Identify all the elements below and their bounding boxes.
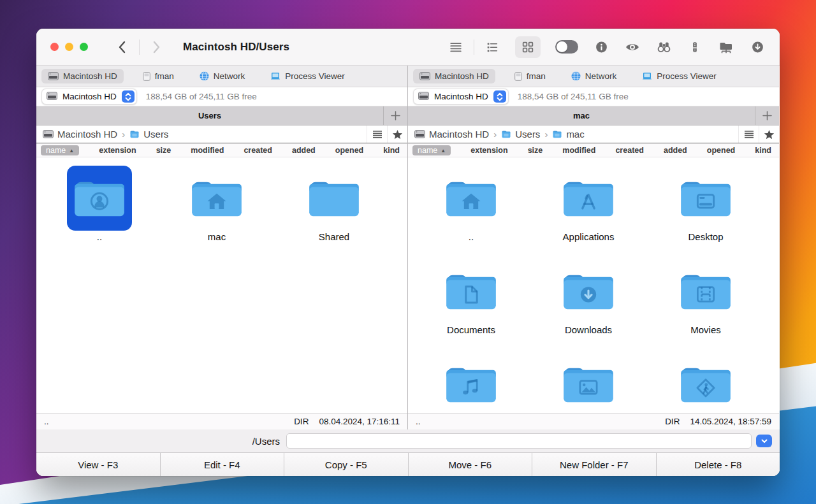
column-added[interactable]: added xyxy=(292,146,316,155)
column-kind[interactable]: kind xyxy=(383,146,400,155)
column-kind[interactable]: kind xyxy=(755,146,771,155)
tab-fman[interactable]: fman xyxy=(136,69,180,83)
folder-tab[interactable]: mac xyxy=(408,106,755,125)
folder-item-item[interactable] xyxy=(647,349,764,413)
info-icon[interactable] xyxy=(593,39,609,55)
folder-icon-box xyxy=(673,352,738,413)
breadcrumb-item-mac[interactable]: mac xyxy=(552,129,584,140)
folder-item-desktop[interactable]: Desktop xyxy=(647,162,764,256)
function-button-bar: View - F3Edit - F4Copy - F5Move - F6New … xyxy=(36,452,780,476)
network-share-icon[interactable] xyxy=(718,39,734,55)
edit-button[interactable]: Edit - F4 xyxy=(161,453,285,476)
breadcrumb-item-users[interactable]: Users xyxy=(129,129,168,140)
folder-item-item[interactable]: .. xyxy=(412,162,530,256)
new-folder-button[interactable]: New Folder - F7 xyxy=(532,453,657,476)
column-modified[interactable]: modified xyxy=(191,146,224,155)
back-button[interactable] xyxy=(113,39,130,55)
drive-stepper[interactable] xyxy=(122,90,135,103)
folder-item-applications[interactable]: Applications xyxy=(530,162,647,256)
view-button[interactable]: View - F3 xyxy=(36,453,161,476)
archive-zipper-icon[interactable] xyxy=(687,39,703,55)
status-kind: DIR xyxy=(665,417,680,426)
column-name[interactable]: name▲ xyxy=(41,145,79,155)
grid-view-icon[interactable] xyxy=(515,36,541,58)
folder-icon-box xyxy=(556,352,621,413)
display-icon xyxy=(642,72,652,80)
folder-item-item[interactable] xyxy=(412,349,530,413)
search-binoculars-icon[interactable] xyxy=(655,39,672,55)
mini-folder-icon xyxy=(552,130,562,138)
globe-icon xyxy=(571,71,581,81)
external-drive-icon xyxy=(514,72,522,81)
right-pane: Macintosh HDfmanNetworkProcess Viewer Ma… xyxy=(408,66,779,429)
mini-drive-icon xyxy=(414,130,425,138)
path-input[interactable] xyxy=(286,433,752,449)
folder-item-item[interactable] xyxy=(530,349,647,413)
tab-fman[interactable]: fman xyxy=(508,69,552,83)
drive-free-space: 188,54 GB of 245,11 GB free xyxy=(146,92,257,101)
minimize-button[interactable] xyxy=(65,43,73,51)
tab-process-viewer[interactable]: Process Viewer xyxy=(636,69,723,83)
globe-icon xyxy=(200,71,209,81)
forward-button[interactable] xyxy=(149,39,165,55)
column-extension[interactable]: extension xyxy=(470,146,507,155)
favorites-button[interactable] xyxy=(387,126,407,143)
nav-buttons xyxy=(113,39,165,55)
pictures-folder-icon xyxy=(561,363,616,406)
move-button[interactable]: Move - F6 xyxy=(409,453,533,476)
chevron-down-icon xyxy=(761,437,768,445)
internal-drive-icon xyxy=(48,72,59,80)
favorites-button[interactable] xyxy=(759,126,779,143)
tab-macintosh-hd[interactable]: Macintosh HD xyxy=(41,69,124,83)
zoom-button[interactable] xyxy=(80,43,88,51)
folder-item-documents[interactable]: Documents xyxy=(412,256,530,349)
tab-macintosh-hd[interactable]: Macintosh HD xyxy=(413,69,495,83)
folder-item-downloads[interactable]: Downloads xyxy=(530,256,647,349)
list-menu-button[interactable] xyxy=(367,126,387,143)
column-created[interactable]: created xyxy=(615,146,643,155)
movies-folder-icon xyxy=(678,270,733,313)
column-name[interactable]: name▲ xyxy=(412,145,451,155)
folder-tab[interactable]: Users xyxy=(36,106,383,125)
breadcrumb-bar: Macintosh HD›Users›mac xyxy=(408,126,779,143)
drive-bar: Macintosh HD 188,54 GB of 245,11 GB free xyxy=(408,87,779,106)
folder-item-shared[interactable]: Shared xyxy=(275,162,393,256)
column-opened[interactable]: opened xyxy=(707,146,735,155)
mini-folder-icon xyxy=(129,130,140,138)
folder-item-item[interactable]: .. xyxy=(41,162,158,256)
folder-item-mac[interactable]: mac xyxy=(158,162,275,256)
breadcrumb-item-users[interactable]: Users xyxy=(501,129,540,140)
column-modified[interactable]: modified xyxy=(562,146,595,155)
copy-button[interactable]: Copy - F5 xyxy=(284,453,409,476)
hidden-files-toggle[interactable] xyxy=(555,40,578,54)
close-button[interactable] xyxy=(50,43,59,51)
path-dropdown-button[interactable] xyxy=(756,435,772,447)
tab-process-viewer[interactable]: Process Viewer xyxy=(264,69,351,83)
folder-icon-box xyxy=(184,166,249,231)
folder-icon-box xyxy=(556,259,621,324)
column-size[interactable]: size xyxy=(528,146,543,155)
folder-item-movies[interactable]: Movies xyxy=(647,256,764,349)
new-tab-button[interactable] xyxy=(755,106,779,125)
column-extension[interactable]: extension xyxy=(99,146,136,155)
column-opened[interactable]: opened xyxy=(335,146,363,155)
breadcrumb-item-macintosh-hd[interactable]: Macintosh HD xyxy=(43,129,117,140)
drive-stepper[interactable] xyxy=(493,90,506,103)
drive-selector[interactable]: Macintosh HD xyxy=(41,89,137,104)
column-added[interactable]: added xyxy=(664,146,687,155)
list-view-icon[interactable] xyxy=(448,39,464,55)
file-grid: ..macShared xyxy=(36,157,407,413)
drive-selector[interactable]: Macintosh HD xyxy=(413,89,509,104)
breadcrumb-item-macintosh-hd[interactable]: Macintosh HD xyxy=(414,129,489,140)
preview-eye-icon[interactable] xyxy=(624,39,641,55)
home-folder-icon xyxy=(444,176,499,220)
new-tab-button[interactable] xyxy=(383,106,407,125)
column-created[interactable]: created xyxy=(244,146,272,155)
tab-network[interactable]: Network xyxy=(193,69,252,83)
column-size[interactable]: size xyxy=(156,146,171,155)
list-menu-button[interactable] xyxy=(738,126,759,143)
delete-button[interactable]: Delete - F8 xyxy=(657,453,780,476)
tab-network[interactable]: Network xyxy=(565,69,623,83)
detail-view-icon[interactable] xyxy=(484,39,500,55)
downloads-icon[interactable] xyxy=(749,39,766,55)
